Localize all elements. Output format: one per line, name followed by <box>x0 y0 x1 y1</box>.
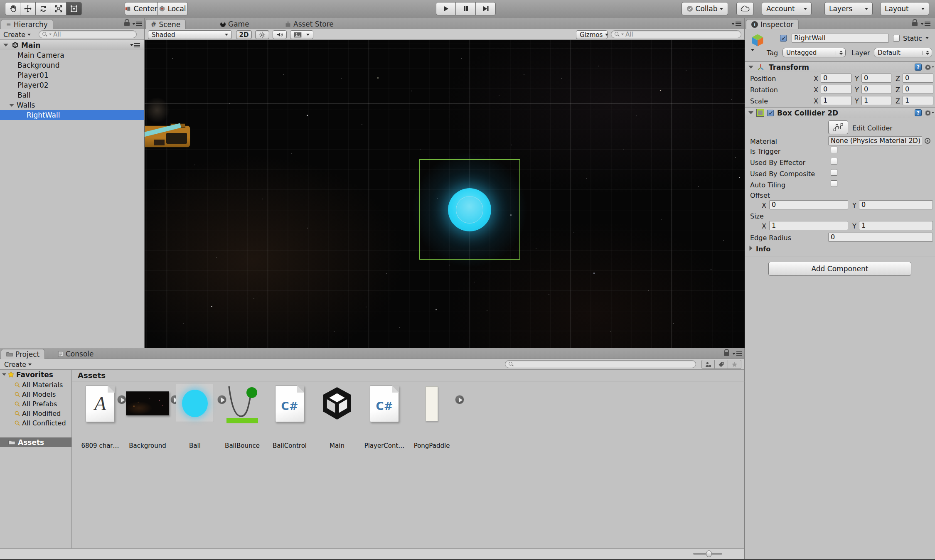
foldout-open-icon[interactable] <box>748 111 753 114</box>
static-dropdown-icon[interactable] <box>925 37 929 39</box>
hierarchy-item-walls[interactable]: Walls <box>0 100 144 110</box>
material-object-field[interactable]: None (Physics Material 2D) <box>828 136 922 145</box>
2d-toggle-button[interactable]: 2D <box>236 30 252 39</box>
hierarchy-item-rightwall[interactable]: RightWall <box>0 110 144 120</box>
collider-enabled-checkbox[interactable] <box>767 110 774 116</box>
foldout-closed-icon[interactable] <box>750 246 753 251</box>
edge-radius-field[interactable]: 0 <box>828 233 933 242</box>
add-component-button[interactable]: Add Component <box>768 262 911 276</box>
object-picker-icon[interactable] <box>925 138 930 144</box>
rotation-y-field[interactable]: 0 <box>861 85 891 94</box>
panel-menu-icon[interactable] <box>731 22 741 26</box>
scene-audio-toggle[interactable] <box>273 30 287 39</box>
search-by-label-button[interactable] <box>715 360 728 369</box>
tab-hierarchy[interactable]: ≡ Hierarchy <box>1 19 53 29</box>
layers-dropdown[interactable]: Layers <box>824 2 873 15</box>
scene-row-menu-icon[interactable] <box>130 43 140 47</box>
static-checkbox[interactable] <box>893 35 900 42</box>
offset-x-field[interactable]: 0 <box>769 200 848 209</box>
assets-folder-row[interactable]: Assets <box>0 437 71 447</box>
scale-tool-button[interactable] <box>51 2 66 15</box>
shading-mode-dropdown[interactable]: Shaded <box>148 30 232 39</box>
scale-z-field[interactable]: 1 <box>903 96 933 105</box>
size-x-field[interactable]: 1 <box>769 221 848 230</box>
help-icon[interactable]: ? <box>915 109 922 116</box>
step-button[interactable] <box>476 2 496 15</box>
foldout-open-icon[interactable] <box>748 66 753 69</box>
gear-icon[interactable] <box>925 64 935 71</box>
scene-lighting-toggle[interactable] <box>255 30 269 39</box>
is-trigger-checkbox[interactable] <box>831 147 837 153</box>
box-collider-gizmo[interactable] <box>419 159 520 260</box>
scene-search-input[interactable]: All <box>611 30 741 38</box>
cloud-services-button[interactable] <box>736 2 754 15</box>
scale-y-field[interactable]: 1 <box>861 96 891 105</box>
transform-header[interactable]: Transform ? <box>745 61 935 72</box>
help-icon[interactable]: ? <box>915 64 922 71</box>
asset-item-main-scene[interactable]: Main <box>314 386 360 421</box>
position-y-field[interactable]: 0 <box>861 74 891 83</box>
scene-canvas[interactable] <box>145 40 745 348</box>
rotation-local-button[interactable]: Local <box>158 2 188 15</box>
lock-icon[interactable] <box>124 22 130 26</box>
panel-menu-icon[interactable] <box>920 22 930 26</box>
panel-menu-icon[interactable] <box>732 351 742 356</box>
used-by-composite-checkbox[interactable] <box>831 169 837 176</box>
rotate-tool-button[interactable] <box>36 2 51 15</box>
hierarchy-item-ball[interactable]: Ball <box>0 90 144 100</box>
project-create-dropdown[interactable]: Create <box>4 361 32 368</box>
collab-dropdown[interactable]: Collab <box>682 2 728 15</box>
lock-icon[interactable] <box>912 22 918 26</box>
gizmos-dropdown[interactable]: Gizmos <box>576 30 608 39</box>
hierarchy-scene-row[interactable]: Main <box>0 40 144 50</box>
rotation-x-field[interactable]: 0 <box>821 85 851 94</box>
hierarchy-item-background[interactable]: Background <box>0 60 144 70</box>
position-z-field[interactable]: 0 <box>903 74 933 83</box>
asset-item-ballbounce[interactable]: BallBounce <box>219 386 266 424</box>
size-y-field[interactable]: 1 <box>859 221 933 230</box>
favorites-root[interactable]: Favorites <box>0 370 71 379</box>
expand-badge[interactable] <box>117 395 126 404</box>
active-checkbox[interactable] <box>780 35 787 42</box>
favorites-filter-button[interactable] <box>728 360 741 369</box>
expand-badge[interactable] <box>455 395 464 404</box>
position-x-field[interactable]: 0 <box>821 74 851 83</box>
search-by-type-button[interactable] <box>701 360 715 369</box>
hierarchy-create-dropdown[interactable]: Create <box>3 31 31 39</box>
hierarchy-item-player01[interactable]: Player01 <box>0 70 144 80</box>
auto-tiling-checkbox[interactable] <box>831 180 837 187</box>
used-by-effector-checkbox[interactable] <box>831 158 837 165</box>
account-dropdown[interactable]: Account <box>762 2 812 15</box>
hierarchy-item-player02[interactable]: Player02 <box>0 80 144 90</box>
tab-game[interactable]: Game <box>215 19 254 29</box>
project-search-input[interactable] <box>505 360 696 368</box>
move-tool-button[interactable] <box>20 2 36 15</box>
offset-y-field[interactable]: 0 <box>859 200 933 209</box>
gear-icon[interactable] <box>925 110 935 116</box>
rect-tool-button[interactable] <box>66 2 82 15</box>
gameobject-icon-dropdown[interactable] <box>751 49 754 51</box>
favorite-all-prefabs[interactable]: All Prefabs <box>0 399 71 409</box>
lock-icon[interactable] <box>724 352 729 356</box>
foldout-open-icon[interactable] <box>3 44 8 47</box>
layout-dropdown[interactable]: Layout <box>880 2 929 15</box>
favorite-all-modified[interactable]: All Modified <box>0 409 71 418</box>
edit-collider-button[interactable] <box>828 120 848 134</box>
foldout-open-icon[interactable] <box>2 373 6 376</box>
object-name-field[interactable]: RightWall <box>792 34 889 43</box>
tab-scene[interactable]: # Scene <box>145 19 186 29</box>
tab-console[interactable]: Console <box>53 349 99 359</box>
scale-x-field[interactable]: 1 <box>821 96 851 105</box>
favorite-all-materials[interactable]: All Materials <box>0 380 71 390</box>
tab-asset-store[interactable]: Asset Store <box>280 19 339 29</box>
foldout-open-icon[interactable] <box>9 104 14 107</box>
play-button[interactable] <box>436 2 456 15</box>
panel-menu-icon[interactable] <box>132 22 142 26</box>
tab-project[interactable]: Project <box>1 349 45 359</box>
tab-inspector[interactable]: i Inspector <box>746 19 799 29</box>
box-collider-header[interactable]: Box Collider 2D ? <box>745 107 935 118</box>
layer-dropdown[interactable]: Default <box>874 48 932 57</box>
favorite-all-conflicted[interactable]: All Conflicted <box>0 418 71 428</box>
tag-dropdown[interactable]: Untagged <box>782 48 846 57</box>
hierarchy-search-input[interactable]: All <box>39 30 137 38</box>
